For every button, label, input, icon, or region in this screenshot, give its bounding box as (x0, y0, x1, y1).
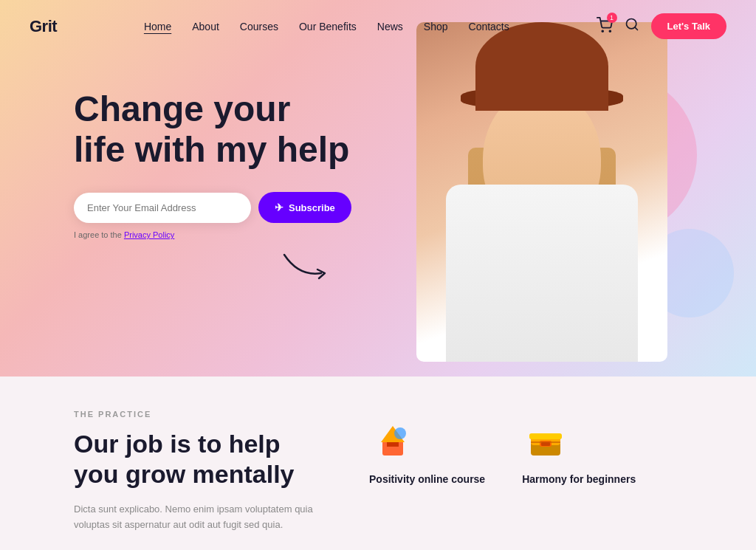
practice-tag: THE PRACTICE (74, 410, 325, 419)
hero-person-image (416, 22, 667, 362)
nav-about[interactable]: About (192, 21, 219, 32)
svg-point-1 (609, 30, 611, 32)
practice-text: THE PRACTICE Our job is to help you grow… (74, 410, 325, 532)
email-input[interactable] (74, 193, 251, 223)
cart-button[interactable]: 1 (597, 17, 613, 36)
practice-courses: Positivity online course Harmony for beg… (369, 410, 682, 532)
svg-point-0 (602, 30, 603, 32)
body (446, 185, 638, 362)
arrow-doodle (281, 244, 340, 288)
practice-description: Dicta sunt explicabo. Nemo enim ipsam vo… (74, 501, 325, 533)
svg-point-7 (394, 427, 406, 439)
header-actions: 1 Let's Talk (597, 13, 726, 39)
nav-home[interactable]: Home (144, 21, 171, 32)
nav-courses[interactable]: Courses (240, 21, 278, 32)
lets-talk-button[interactable]: Let's Talk (651, 13, 726, 39)
main-nav: Home About Courses Our Benefits News Sho… (144, 21, 509, 32)
svg-rect-11 (529, 433, 562, 439)
course-card-2: Harmony for beginners (522, 417, 636, 532)
course-icon-2 (522, 417, 569, 464)
logo: Grit (30, 17, 57, 36)
privacy-notice: I agree to the Privacy Policy (74, 230, 351, 239)
header: Grit Home About Courses Our Benefits New… (0, 0, 756, 52)
hero-person (416, 22, 667, 362)
nav-news[interactable]: News (377, 21, 403, 32)
cart-badge: 1 (607, 13, 617, 23)
privacy-policy-link[interactable]: Privacy Policy (124, 230, 174, 239)
course-icon-1 (369, 417, 416, 464)
nav-shop[interactable]: Shop (424, 21, 448, 32)
course-name-2: Harmony for beginners (522, 473, 636, 485)
hero-title: Change your life with my help (74, 89, 351, 170)
subscribe-button[interactable]: ✈ Subscribe (258, 192, 351, 223)
nav-benefits[interactable]: Our Benefits (299, 21, 357, 32)
practice-title: Our job is to help you grow mentally (74, 429, 325, 489)
nav-contacts[interactable]: Contacts (469, 21, 509, 32)
hero-content: Change your life with my help ✈ Subscrib… (74, 89, 351, 239)
svg-rect-13 (541, 442, 550, 446)
course-card-1: Positivity online course (369, 417, 485, 532)
hero-section: Change your life with my help ✈ Subscrib… (0, 0, 756, 377)
svg-line-3 (634, 27, 637, 30)
practice-section: THE PRACTICE Our job is to help you grow… (0, 377, 756, 550)
email-form: ✈ Subscribe (74, 192, 351, 223)
svg-rect-6 (387, 442, 399, 447)
course-name-1: Positivity online course (369, 473, 485, 485)
search-button[interactable] (625, 17, 639, 35)
plane-icon: ✈ (275, 202, 284, 213)
